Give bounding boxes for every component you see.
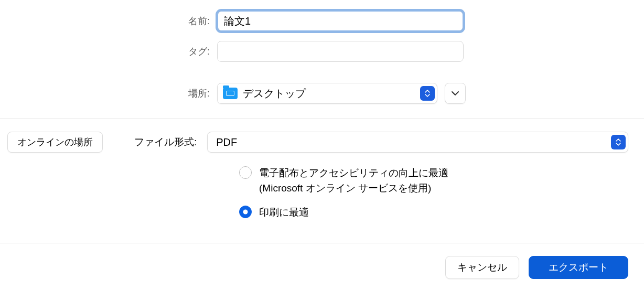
action-bar: キャンセル エクスポート: [0, 243, 644, 292]
name-label: 名前:: [0, 15, 210, 27]
tags-input[interactable]: [217, 41, 464, 62]
format-panel: オンラインの場所 ファイル形式: PDF 電子配布とアクセシビリティの向上に最適…: [0, 119, 644, 243]
online-locations-label: オンラインの場所: [17, 136, 93, 148]
updown-icon: [420, 86, 435, 101]
radio-icon: [239, 166, 252, 179]
export-label: エクスポート: [549, 261, 608, 274]
folder-icon: [223, 88, 238, 99]
radio-option-print[interactable]: 印刷に最適: [239, 205, 644, 220]
location-label: 場所:: [0, 87, 210, 100]
updown-icon: [611, 135, 626, 149]
file-format-select[interactable]: PDF: [207, 132, 628, 153]
location-text: デスクトップ: [243, 87, 417, 101]
tags-label: タグ:: [0, 45, 210, 58]
cancel-label: キャンセル: [457, 261, 507, 274]
name-row: 名前:: [0, 10, 644, 31]
name-input[interactable]: [217, 10, 464, 31]
online-locations-button[interactable]: オンラインの場所: [7, 132, 103, 153]
chevron-down-icon: [451, 91, 459, 96]
location-select[interactable]: デスクトップ: [217, 83, 437, 104]
file-format-value: PDF: [216, 136, 608, 148]
radio-icon-selected: [239, 206, 252, 218]
tags-row: タグ:: [0, 41, 644, 62]
pdf-optimize-radio-group: 電子配布とアクセシビリティの向上に最適 (Microsoft オンライン サービ…: [0, 165, 644, 220]
radio-option-digital[interactable]: 電子配布とアクセシビリティの向上に最適 (Microsoft オンライン サービ…: [239, 165, 644, 196]
format-row: オンラインの場所 ファイル形式: PDF: [0, 132, 644, 153]
save-panel-top: 名前: タグ: 場所: デスクトップ: [0, 0, 644, 119]
file-format-label: ファイル形式:: [134, 135, 197, 149]
expand-button[interactable]: [445, 83, 466, 104]
radio-label-print: 印刷に最適: [259, 205, 309, 220]
location-row: 場所: デスクトップ: [0, 83, 644, 104]
cancel-button[interactable]: キャンセル: [445, 256, 519, 279]
radio-label-digital: 電子配布とアクセシビリティの向上に最適 (Microsoft オンライン サービ…: [259, 165, 448, 196]
export-button[interactable]: エクスポート: [529, 256, 628, 279]
